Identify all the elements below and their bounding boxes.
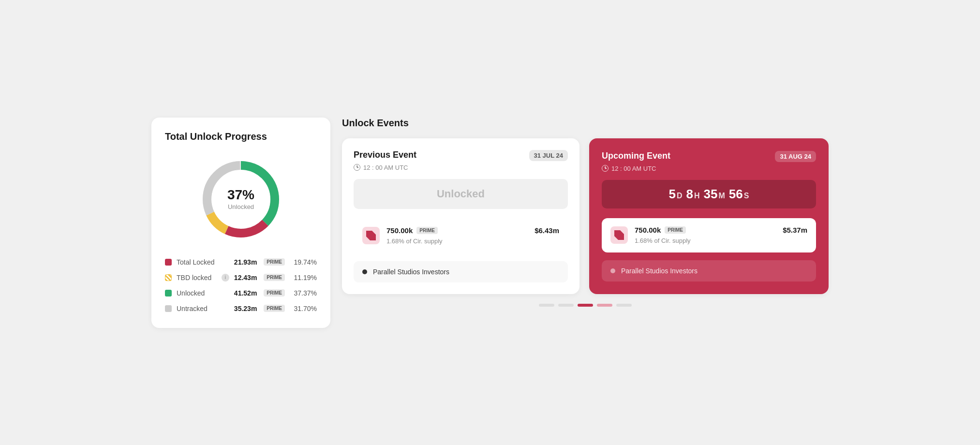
prime-logo-upcoming [614, 230, 624, 240]
legend-pct-tbd: 11.19% [294, 274, 317, 282]
prev-token-top: 750.00k PRIME $6.43m [386, 226, 559, 235]
unlock-progress-card: Total Unlock Progress 37% Unlo [151, 118, 330, 328]
upcoming-event-header: Upcoming Event 31 AUG 24 [602, 151, 816, 162]
legend-pct-locked: 19.74% [294, 258, 317, 266]
donut-container: 37% Unlocked [165, 156, 317, 243]
prev-investor-row: Parallel Studios Investors [354, 261, 568, 282]
upcoming-token-amount: 750.00k [635, 226, 661, 234]
countdown-sec-unit: S [744, 192, 749, 200]
prev-token-usd: $6.43m [535, 226, 559, 235]
legend-dot-tbd [165, 274, 172, 281]
events-row: Previous Event 31 JUL 24 12 : 00 AM UTC … [342, 138, 829, 294]
page-dot-4[interactable] [597, 304, 612, 307]
prime-badge-tbd: PRIME [264, 274, 285, 281]
upcoming-token-supply: 1.68% of Cir. supply [635, 237, 691, 244]
upcoming-investor-name: Parallel Studios Investors [621, 267, 698, 275]
upcoming-event-time-text: 12 : 00 AM UTC [611, 165, 656, 172]
prev-event-time-text: 12 : 00 AM UTC [363, 164, 408, 171]
donut-chart: 37% Unlocked [197, 156, 284, 243]
upcoming-token-details: 750.00k PRIME $5.37m 1.68% of Cir. suppl… [635, 226, 807, 245]
upcoming-token-icon [610, 226, 628, 244]
countdown-hours-unit: H [694, 192, 700, 200]
prev-investor-name: Parallel Studios Investors [373, 268, 449, 276]
countdown-bar: 5D 8H 35M 56S [602, 180, 816, 208]
page-dot-3[interactable] [578, 304, 593, 307]
clock-icon-upcoming [602, 165, 609, 172]
legend-dot-unlocked [165, 290, 172, 297]
countdown-min-num: 35 [704, 187, 718, 202]
right-section: Unlock Events Previous Event 31 JUL 24 1… [342, 118, 829, 307]
donut-label: Unlocked [227, 203, 254, 210]
upcoming-token-top: 750.00k PRIME $5.37m [635, 226, 807, 234]
prime-logo-prev [366, 231, 376, 240]
prev-token-amount: 750.00k [386, 226, 413, 235]
legend-item-tbd: TBD locked i 12.43m PRIME 11.19% [165, 274, 317, 282]
donut-center: 37% Unlocked [227, 188, 254, 211]
legend-pct-unlocked: 37.37% [294, 289, 317, 297]
prev-event-title: Previous Event [354, 150, 416, 160]
countdown-seconds: 56S [729, 187, 749, 202]
previous-event-card: Previous Event 31 JUL 24 12 : 00 AM UTC … [342, 138, 579, 294]
upcoming-event-card: Upcoming Event 31 AUG 24 12 : 00 AM UTC … [589, 138, 829, 294]
prev-event-time: 12 : 00 AM UTC [354, 164, 568, 171]
left-card-title: Total Unlock Progress [165, 131, 317, 142]
info-icon-tbd[interactable]: i [222, 274, 229, 282]
legend-item-untracked: Untracked 35.23m PRIME 31.70% [165, 305, 317, 312]
upcoming-token-badge: PRIME [665, 226, 686, 234]
prev-token-icon [362, 227, 380, 244]
unlocked-button: Unlocked [354, 179, 568, 209]
clock-icon-prev [354, 164, 360, 171]
countdown-hours-num: 8 [686, 187, 693, 202]
countdown-minutes: 35M [704, 187, 725, 202]
upcoming-event-date: 31 AUG 24 [775, 151, 816, 162]
legend-dot-untracked [165, 305, 172, 312]
donut-percent: 37% [227, 188, 254, 203]
page-dot-2[interactable] [558, 304, 574, 307]
prev-event-date: 31 JUL 24 [529, 150, 568, 161]
legend-dot-locked [165, 259, 172, 266]
upcoming-investor-row: Parallel Studios Investors [602, 260, 816, 282]
upcoming-token-usd: $5.37m [783, 226, 807, 234]
unlock-events-title: Unlock Events [342, 118, 829, 129]
page-dot-5[interactable] [616, 304, 632, 307]
countdown-hours: 8H [686, 187, 700, 202]
legend-list: Total Locked 21.93m PRIME 19.74% TBD loc… [165, 258, 317, 312]
legend-name-untracked: Untracked [177, 305, 229, 312]
prev-investor-dot [362, 269, 367, 274]
prime-badge-unlocked: PRIME [264, 289, 285, 297]
prev-token-details: 750.00k PRIME $6.43m 1.68% of Cir. suppl… [386, 226, 559, 245]
legend-item-unlocked: Unlocked 41.52m PRIME 37.37% [165, 289, 317, 297]
prime-badge-locked: PRIME [264, 258, 285, 266]
prime-badge-untracked: PRIME [264, 305, 285, 312]
pagination-dots [342, 304, 829, 307]
legend-name-tbd: TBD locked [177, 274, 217, 282]
legend-pct-untracked: 31.70% [294, 305, 317, 312]
countdown-days-num: 5 [669, 187, 676, 202]
legend-name-unlocked: Unlocked [177, 289, 229, 297]
legend-value-unlocked: 41.52m [234, 289, 257, 297]
upcoming-investor-dot [610, 268, 615, 273]
main-container: Total Unlock Progress 37% Unlo [151, 118, 829, 328]
legend-value-locked: 21.93m [234, 258, 257, 266]
upcoming-inner-box: 750.00k PRIME $5.37m 1.68% of Cir. suppl… [602, 218, 816, 252]
upcoming-token-info: 750.00k PRIME $5.37m 1.68% of Cir. suppl… [610, 226, 807, 245]
countdown-days-unit: D [677, 192, 683, 200]
prev-token-badge: PRIME [416, 227, 438, 234]
upcoming-event-time: 12 : 00 AM UTC [602, 165, 816, 172]
countdown-sec-num: 56 [729, 187, 743, 202]
legend-item-locked: Total Locked 21.93m PRIME 19.74% [165, 258, 317, 266]
legend-value-tbd: 12.43m [234, 274, 257, 282]
prev-event-header: Previous Event 31 JUL 24 [354, 150, 568, 161]
prev-token-info: 750.00k PRIME $6.43m 1.68% of Cir. suppl… [354, 219, 568, 253]
page-dot-1[interactable] [539, 304, 554, 307]
countdown-days: 5D [669, 187, 683, 202]
upcoming-event-title: Upcoming Event [602, 151, 670, 161]
countdown-min-unit: M [719, 192, 725, 200]
prev-token-supply: 1.68% of Cir. supply [386, 237, 443, 245]
legend-value-untracked: 35.23m [234, 305, 257, 312]
legend-name-locked: Total Locked [177, 258, 229, 266]
